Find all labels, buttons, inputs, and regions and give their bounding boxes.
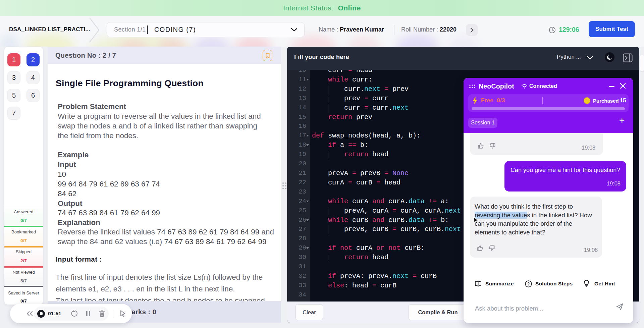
svg-text:?: ? (527, 282, 530, 286)
